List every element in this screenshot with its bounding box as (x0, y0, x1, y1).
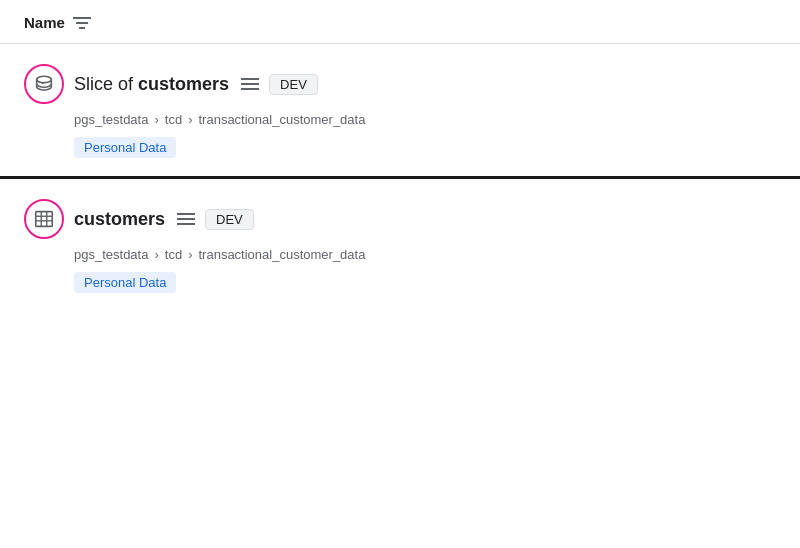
personal-data-tag-slice[interactable]: Personal Data (74, 137, 176, 158)
breadcrumb-item-2: tcd (165, 112, 182, 127)
database-slice-icon (33, 73, 55, 95)
card-menu-icon-2[interactable] (177, 212, 195, 226)
dev-badge-slice[interactable]: DEV (269, 74, 318, 95)
list-header: Name (0, 0, 800, 44)
table-icon (33, 208, 55, 230)
tag-row-slice: Personal Data (74, 137, 776, 158)
slice-of-customers-card: Slice of customers DEV pgs_testdata › tc… (0, 44, 800, 179)
breadcrumb-customers-item-3: transactional_customer_data (198, 247, 365, 262)
card-name-customers: customers (74, 209, 165, 230)
slice-icon-circle (24, 64, 64, 104)
breadcrumb-customers: pgs_testdata › tcd › transactional_custo… (74, 247, 776, 262)
name-column-header: Name (24, 14, 65, 31)
svg-rect-8 (36, 212, 53, 227)
tag-row-customers: Personal Data (74, 272, 776, 293)
customers-card: customers DEV pgs_testdata › tcd › trans… (0, 179, 800, 311)
breadcrumb-chevron-2: › (188, 112, 192, 127)
breadcrumb-item-1: pgs_testdata (74, 112, 148, 127)
breadcrumb-item-3: transactional_customer_data (198, 112, 365, 127)
table-icon-circle (24, 199, 64, 239)
card-title-row: Slice of customers DEV (24, 64, 776, 104)
dev-badge-customers[interactable]: DEV (205, 209, 254, 230)
filter-icon[interactable] (73, 16, 91, 30)
card-name-slice: Slice of customers (74, 74, 229, 95)
breadcrumb-customers-item-2: tcd (165, 247, 182, 262)
personal-data-tag-customers[interactable]: Personal Data (74, 272, 176, 293)
breadcrumb-customers-item-1: pgs_testdata (74, 247, 148, 262)
breadcrumb-chevron-1: › (154, 112, 158, 127)
card-title-row-2: customers DEV (24, 199, 776, 239)
breadcrumb-customers-chevron-2: › (188, 247, 192, 262)
breadcrumb-slice: pgs_testdata › tcd › transactional_custo… (74, 112, 776, 127)
breadcrumb-customers-chevron-1: › (154, 247, 158, 262)
svg-point-3 (37, 76, 52, 82)
card-menu-icon[interactable] (241, 77, 259, 91)
